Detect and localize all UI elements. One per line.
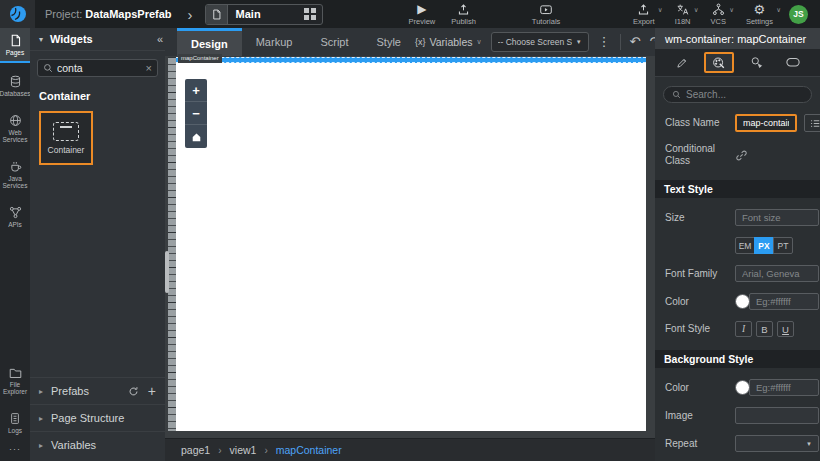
text-color-swatch[interactable] bbox=[735, 294, 750, 309]
tab-markup[interactable]: Markup bbox=[242, 28, 307, 56]
variables-icon: {x} bbox=[415, 37, 426, 47]
project-title: Project: DataMapsPrefab bbox=[45, 8, 172, 20]
wavemaker-logo-icon bbox=[9, 5, 27, 23]
vcs-button[interactable]: VCS ∨ bbox=[710, 3, 725, 26]
refresh-icon[interactable] bbox=[128, 386, 139, 397]
i18n-button[interactable]: I18N ∨ bbox=[675, 3, 691, 26]
breadcrumb-page1[interactable]: page1 bbox=[181, 444, 210, 456]
background-repeat-select[interactable]: ▼ bbox=[735, 435, 819, 452]
vertical-scrollbar-thumb[interactable] bbox=[165, 251, 169, 293]
logs-icon bbox=[9, 412, 21, 425]
vertical-ruler bbox=[168, 57, 176, 431]
tutorials-button[interactable]: Tutorials bbox=[532, 3, 560, 26]
variables-section[interactable]: ▸ Variables bbox=[30, 431, 165, 458]
link-icon[interactable] bbox=[735, 149, 748, 162]
canvas-page[interactable]: mapContainer + − bbox=[176, 57, 646, 431]
preview-button[interactable]: ▶ Preview bbox=[409, 3, 436, 26]
toolbar-divider bbox=[620, 34, 621, 50]
unit-px-button[interactable]: PX bbox=[754, 237, 774, 254]
zoom-out-button[interactable]: − bbox=[185, 102, 207, 125]
wavemaker-studio: Project: DataMapsPrefab › Main ▶ Preview bbox=[0, 0, 820, 461]
tab-style[interactable]: Style bbox=[363, 28, 415, 56]
font-size-row: Size bbox=[665, 209, 810, 226]
class-picker-button[interactable] bbox=[804, 114, 820, 132]
caret-right-icon: ▸ bbox=[39, 387, 43, 396]
background-repeat-row: Repeat ▼ bbox=[665, 435, 810, 452]
font-size-input[interactable] bbox=[735, 209, 819, 226]
project-name: DataMapsPrefab bbox=[85, 8, 171, 20]
map-zoom-control: + − bbox=[185, 79, 207, 148]
variables-dropdown[interactable]: {x} Variables ∨ bbox=[415, 36, 482, 48]
wavemaker-logo[interactable] bbox=[0, 0, 35, 28]
unit-toggle-group: EM PX PT bbox=[735, 237, 793, 254]
caret-right-icon: ▸ bbox=[39, 441, 43, 450]
sidebar-item-java-services[interactable]: Java Services bbox=[0, 154, 30, 194]
tab-inspect[interactable] bbox=[741, 52, 771, 73]
background-color-swatch[interactable] bbox=[735, 380, 750, 395]
prefabs-section[interactable]: ▸ Prefabs + bbox=[30, 377, 165, 404]
page-structure-section[interactable]: ▸ Page Structure bbox=[30, 404, 165, 431]
topbar-right-actions: Export ∨ I18N ∨ VCS ∨ bbox=[633, 3, 808, 26]
tab-comments[interactable] bbox=[778, 52, 808, 73]
more-options-icon[interactable]: ⋮ bbox=[598, 35, 611, 49]
font-unit-row: EM PX PT bbox=[665, 237, 810, 254]
search-icon bbox=[43, 63, 53, 73]
pencil-icon bbox=[676, 57, 688, 69]
sidebar-item-databases[interactable]: Databases bbox=[0, 69, 30, 102]
breadcrumb-current[interactable]: mapContainer bbox=[276, 444, 342, 456]
zoom-in-button[interactable]: + bbox=[185, 79, 207, 102]
sidebar-item-file-explorer[interactable]: File Explorer bbox=[0, 361, 30, 400]
class-name-input[interactable] bbox=[735, 114, 797, 132]
tab-properties[interactable] bbox=[667, 52, 697, 73]
export-button[interactable]: Export ∨ bbox=[633, 3, 655, 26]
tab-script[interactable]: Script bbox=[306, 28, 362, 56]
widget-search-input[interactable] bbox=[57, 62, 142, 74]
folder-icon bbox=[9, 367, 22, 379]
zoom-home-button[interactable] bbox=[185, 125, 207, 148]
topbar: Project: DataMapsPrefab › Main ▶ Preview bbox=[0, 0, 820, 28]
settings-button[interactable]: ⚙ Settings ∨ bbox=[746, 3, 773, 26]
unit-em-button[interactable]: EM bbox=[735, 237, 755, 254]
clear-search-icon[interactable]: × bbox=[146, 63, 152, 74]
rail-overflow-button[interactable]: ··· bbox=[0, 439, 30, 461]
tab-styles[interactable] bbox=[704, 52, 734, 73]
page-selector[interactable]: Main bbox=[205, 4, 323, 25]
property-search-input[interactable] bbox=[686, 89, 803, 100]
background-style-section-header: Background Style bbox=[655, 350, 820, 368]
container-widget-icon bbox=[53, 122, 79, 141]
unit-pt-button[interactable]: PT bbox=[773, 237, 793, 254]
widgets-panel: ▾ Widgets « × Container Container ▸ Pref… bbox=[30, 28, 165, 461]
sidebar-item-pages[interactable]: Pages bbox=[0, 28, 30, 63]
chevron-down-icon: ∨ bbox=[476, 38, 481, 46]
font-family-row: Font Family bbox=[665, 265, 810, 282]
selected-container-highlight[interactable] bbox=[176, 57, 646, 63]
caret-down-icon: ▾ bbox=[39, 35, 43, 44]
text-color-input[interactable] bbox=[749, 293, 819, 310]
sidebar-item-apis[interactable]: APIs bbox=[0, 200, 30, 233]
sidebar-item-logs[interactable]: Logs bbox=[0, 406, 30, 439]
underline-button[interactable]: U bbox=[777, 321, 794, 337]
search-result-section-label: Container bbox=[39, 90, 156, 102]
sidebar-item-web-services[interactable]: Web Services bbox=[0, 108, 30, 148]
container-widget-tile[interactable]: Container bbox=[39, 111, 93, 165]
add-prefab-icon[interactable]: + bbox=[148, 384, 156, 398]
class-name-row: Class Name bbox=[665, 114, 810, 132]
pages-grid-icon[interactable] bbox=[304, 8, 316, 20]
italic-button[interactable]: I bbox=[735, 321, 752, 337]
user-avatar[interactable]: JS bbox=[789, 5, 808, 24]
font-family-input[interactable] bbox=[735, 265, 819, 282]
background-color-row: Color bbox=[665, 379, 810, 396]
collapse-panel-icon[interactable]: « bbox=[157, 33, 163, 45]
background-color-input[interactable] bbox=[749, 379, 819, 396]
breadcrumb-view1[interactable]: view1 bbox=[230, 444, 257, 456]
home-icon bbox=[191, 132, 202, 142]
page-icon bbox=[206, 5, 228, 24]
bold-button[interactable]: B bbox=[756, 321, 773, 337]
undo-icon[interactable]: ↶ bbox=[630, 35, 641, 49]
publish-button[interactable]: Publish bbox=[451, 3, 476, 26]
chevron-down-icon: ∨ bbox=[729, 6, 734, 14]
tab-design[interactable]: Design bbox=[177, 28, 242, 56]
widgets-panel-header[interactable]: ▾ Widgets « bbox=[30, 28, 165, 51]
background-image-input[interactable] bbox=[735, 407, 819, 424]
screen-size-select[interactable]: -- Choose Screen Size -- ▼ bbox=[491, 32, 589, 52]
